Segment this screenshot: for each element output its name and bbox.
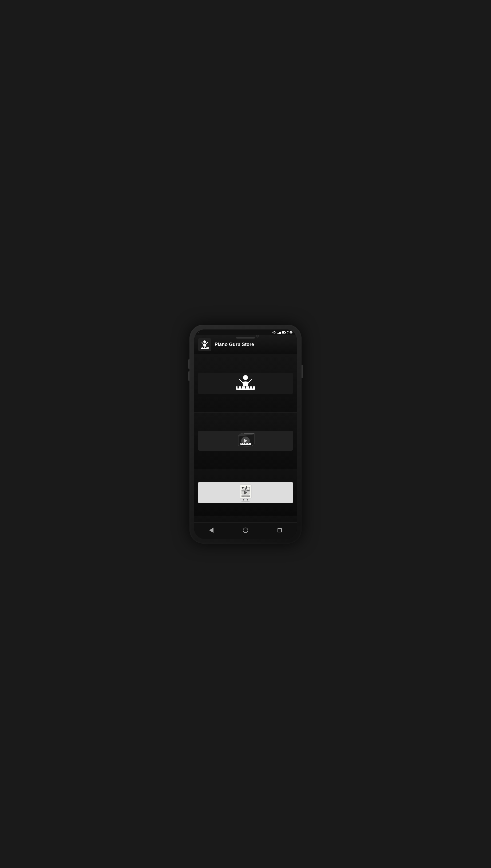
status-right: 4G 7:49	[272, 331, 292, 334]
svg-point-6	[203, 340, 206, 343]
speaker	[236, 337, 255, 339]
app-logo	[198, 338, 211, 352]
store-item-piano-guru-plus[interactable]: Piano Guru+ LEARN WITHOUT LIMITS WITH PI…	[194, 354, 297, 413]
navigation-bar	[194, 523, 297, 539]
recents-nav-icon	[278, 528, 282, 532]
play-triangle-icon	[244, 439, 248, 443]
store-item-download-song[interactable]: Download Song DOWNLOAD YOUR FAVOURITE SO…	[194, 516, 297, 523]
store-item-musical-notes[interactable]: Musical Notes QUICK AND EASY ACCESS TO M…	[194, 469, 297, 516]
svg-line-38	[247, 499, 248, 501]
network-type: 4G	[272, 331, 276, 334]
store-content[interactable]: Piano Guru+ LEARN WITHOUT LIMITS WITH PI…	[194, 354, 297, 523]
volume-up-button[interactable]	[188, 359, 190, 369]
svg-rect-5	[206, 347, 207, 348]
svg-point-14	[243, 375, 248, 380]
svg-line-37	[243, 499, 244, 501]
thumbnail-grand-piano	[198, 431, 293, 451]
power-button[interactable]	[301, 365, 303, 378]
front-camera	[256, 335, 259, 337]
svg-rect-34	[249, 487, 250, 491]
header-title: Piano Guru Store	[214, 342, 254, 347]
svg-point-29	[242, 487, 243, 488]
status-bar: ▪ 4G 7:49	[194, 330, 297, 335]
play-triangle-notes-icon	[244, 491, 248, 495]
svg-rect-15	[239, 445, 240, 449]
thumbnail-musical-notes	[198, 482, 293, 503]
volume-down-button[interactable]	[188, 371, 190, 381]
app-screen: ▪ 4G 7:49	[194, 330, 297, 539]
back-nav-button[interactable]	[206, 526, 216, 535]
battery-icon	[282, 331, 286, 334]
store-item-grand-piano[interactable]: Grand Piano (Coming soon) BIGGER IS BETT…	[194, 413, 297, 469]
thumbnail-piano-guru-plus	[198, 373, 293, 394]
signal-bars-icon	[277, 331, 281, 334]
svg-rect-3	[203, 347, 204, 348]
svg-rect-30	[243, 484, 244, 488]
svg-rect-4	[205, 347, 206, 348]
status-left: ▪	[199, 331, 199, 334]
home-nav-button[interactable]	[241, 526, 250, 535]
piano-plus-icon	[235, 373, 256, 394]
phone-screen: ▪ 4G 7:49	[194, 330, 297, 539]
play-button-overlay-notes[interactable]	[241, 488, 250, 497]
svg-rect-11	[245, 386, 246, 389]
recents-nav-button[interactable]	[275, 526, 285, 535]
app-logo-icon	[199, 339, 211, 351]
sim-icon: ▪	[199, 331, 199, 334]
svg-rect-12	[249, 386, 250, 389]
home-nav-icon	[243, 528, 248, 533]
phone-device: ▪ 4G 7:49	[190, 325, 301, 543]
svg-rect-16	[248, 447, 249, 450]
back-nav-icon	[209, 528, 213, 533]
svg-rect-2	[201, 347, 202, 348]
play-button-overlay[interactable]	[241, 437, 250, 445]
svg-rect-9	[237, 386, 239, 389]
svg-rect-10	[241, 386, 242, 389]
clock: 7:49	[287, 331, 292, 334]
svg-rect-13	[252, 386, 253, 389]
